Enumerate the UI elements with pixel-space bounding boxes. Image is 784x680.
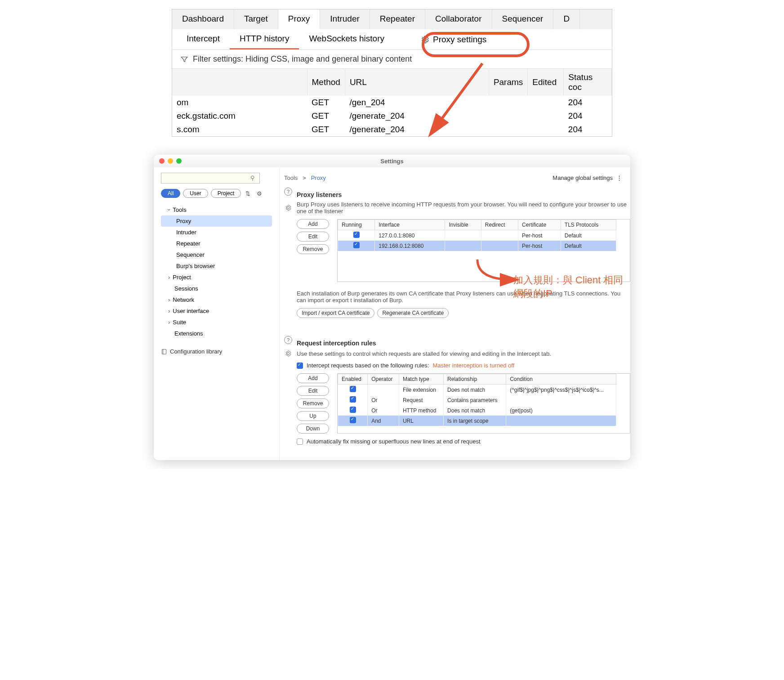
regenerate-ca-certificate-button[interactable]: Regenerate CA certificate <box>377 308 449 318</box>
col-condition[interactable]: Condition <box>506 374 616 385</box>
rule-buttons: AddEditRemoveUpDown <box>297 373 329 434</box>
nav-project[interactable]: Project <box>161 272 272 283</box>
nav-intruder[interactable]: Intruder <box>161 227 272 238</box>
kebab-icon[interactable]: ⋮ <box>616 174 622 181</box>
nav-sessions[interactable]: Sessions <box>161 283 272 294</box>
filter-bar[interactable]: Filter settings: Hiding CSS, image and g… <box>172 49 612 69</box>
table-row[interactable]: File extensionDoes not match(^gif$|^jpg$… <box>338 385 616 395</box>
down-button[interactable]: Down <box>297 424 329 434</box>
rules-table[interactable]: EnabledOperatorMatch typeRelationshipCon… <box>338 374 616 426</box>
window-traffic-lights[interactable] <box>159 158 182 164</box>
col-tls-protocols[interactable]: TLS Protocols <box>561 220 616 230</box>
close-dot[interactable] <box>159 158 165 164</box>
enabled-checkbox[interactable] <box>338 395 368 405</box>
running-checkbox[interactable] <box>338 230 375 241</box>
col-interface[interactable]: Interface <box>375 220 445 230</box>
gear-icon <box>420 35 429 44</box>
table-row[interactable]: s.comGET/generate_204204 <box>172 123 612 136</box>
subtab-websockets-history[interactable]: WebSockets history <box>299 29 394 49</box>
gear-icon[interactable] <box>284 349 292 358</box>
listener-buttons: AddEditRemove <box>297 219 329 282</box>
subtab-intercept[interactable]: Intercept <box>177 29 230 49</box>
config-library-link[interactable]: Configuration library <box>161 348 272 355</box>
minimize-dot[interactable] <box>168 158 173 164</box>
autofix-checkbox[interactable] <box>297 438 303 445</box>
add-button[interactable]: Add <box>297 219 329 229</box>
listener-table[interactable]: RunningInterfaceInvisibleRedirectCertifi… <box>338 219 616 251</box>
table-row[interactable]: OrHTTP methodDoes not match(get|post) <box>338 405 616 416</box>
nav-user-interface[interactable]: User interface <box>161 305 272 317</box>
settings-icon[interactable]: ⚙ <box>255 190 264 197</box>
tab-sequencer[interactable]: Sequencer <box>492 9 554 29</box>
remove-button[interactable]: Remove <box>297 244 329 254</box>
tab-d[interactable]: D <box>553 9 580 29</box>
nav-network[interactable]: Network <box>161 294 272 305</box>
nav-suite[interactable]: Suite <box>161 317 272 328</box>
nav-sequencer[interactable]: Sequencer <box>161 249 272 260</box>
manage-global-settings[interactable]: Manage global settings ⋮ <box>552 174 622 181</box>
autofix-label: Automatically fix missing or superfluous… <box>307 438 481 445</box>
sort-icon[interactable]: ⇅ <box>244 190 252 197</box>
window-title: Settings <box>380 158 403 165</box>
col-match-type[interactable]: Match type <box>399 374 443 385</box>
import-export-ca-certificate-button[interactable]: Import / export CA certificate <box>297 308 374 318</box>
col-relationship[interactable]: Relationship <box>444 374 506 385</box>
tab-target[interactable]: Target <box>234 9 278 29</box>
col-status-coc[interactable]: Status coc <box>564 69 612 96</box>
col-redirect[interactable]: Redirect <box>481 220 518 230</box>
pill-user[interactable]: User <box>183 189 208 198</box>
col-operator[interactable]: Operator <box>368 374 399 385</box>
intercept-enable-label: Intercept requests based on the followin… <box>307 362 429 369</box>
table-row[interactable]: AndURLIs in target scope <box>338 416 616 426</box>
gear-icon[interactable] <box>284 204 292 212</box>
col-params[interactable]: Params <box>489 69 527 96</box>
section-proxy-listeners: ? Proxy listeners Burp Proxy uses listen… <box>280 188 630 318</box>
table-row[interactable]: 127.0.0.1:8080Per-hostDefault <box>338 230 616 241</box>
ca-note: Each installation of Burp generates its … <box>297 290 630 304</box>
window-titlebar: Settings <box>154 155 630 167</box>
subtab-http-history[interactable]: HTTP history <box>230 29 299 49</box>
tab-dashboard[interactable]: Dashboard <box>172 9 234 29</box>
intercept-enable-checkbox[interactable] <box>297 362 303 369</box>
table-row[interactable]: 192.168.0.12:8080Per-hostDefault <box>338 241 616 251</box>
up-button[interactable]: Up <box>297 411 329 421</box>
edit-button[interactable]: Edit <box>297 386 329 396</box>
table-row[interactable]: omGET/gen_204204 <box>172 96 612 109</box>
proxy-settings-button[interactable]: Proxy settings <box>412 32 494 47</box>
col-invisible[interactable]: Invisible <box>445 220 481 230</box>
help-icon[interactable]: ? <box>284 188 292 196</box>
pill-project[interactable]: Project <box>211 189 241 198</box>
nav-proxy[interactable]: Proxy <box>161 215 272 227</box>
running-checkbox[interactable] <box>338 241 375 251</box>
zoom-dot[interactable] <box>176 158 182 164</box>
col-edited[interactable]: Edited <box>528 69 564 96</box>
breadcrumb: Tools > Proxy <box>284 174 326 181</box>
col-enabled[interactable]: Enabled <box>338 374 368 385</box>
nav-tools[interactable]: Tools <box>161 204 272 215</box>
help-icon[interactable]: ? <box>284 336 292 344</box>
tab-intruder[interactable]: Intruder <box>320 9 370 29</box>
enabled-checkbox[interactable] <box>338 385 368 395</box>
enabled-checkbox[interactable] <box>338 416 368 426</box>
remove-button[interactable]: Remove <box>297 398 329 408</box>
nav-burp-s-browser[interactable]: Burp's browser <box>161 260 272 272</box>
table-row[interactable]: eck.gstatic.comGET/generate_204204 <box>172 109 612 123</box>
tab-repeater[interactable]: Repeater <box>370 9 425 29</box>
pill-all[interactable]: All <box>161 189 180 198</box>
col-certificate[interactable]: Certificate <box>518 220 561 230</box>
crumb-sep: > <box>303 174 306 181</box>
col-running[interactable]: Running <box>338 220 375 230</box>
tab-collaborator[interactable]: Collaborator <box>425 9 492 29</box>
nav-repeater[interactable]: Repeater <box>161 238 272 249</box>
col-url[interactable]: URL <box>345 69 489 96</box>
table-row[interactable]: OrRequestContains parameters <box>338 395 616 405</box>
add-button[interactable]: Add <box>297 373 329 383</box>
col-method[interactable]: Method <box>307 69 345 96</box>
search-input[interactable] <box>161 173 260 183</box>
col-host[interactable] <box>172 69 307 96</box>
crumb-tools[interactable]: Tools <box>284 174 298 181</box>
nav-extensions[interactable]: Extensions <box>161 328 272 339</box>
edit-button[interactable]: Edit <box>297 232 329 242</box>
tab-proxy[interactable]: Proxy <box>278 9 321 29</box>
enabled-checkbox[interactable] <box>338 405 368 416</box>
